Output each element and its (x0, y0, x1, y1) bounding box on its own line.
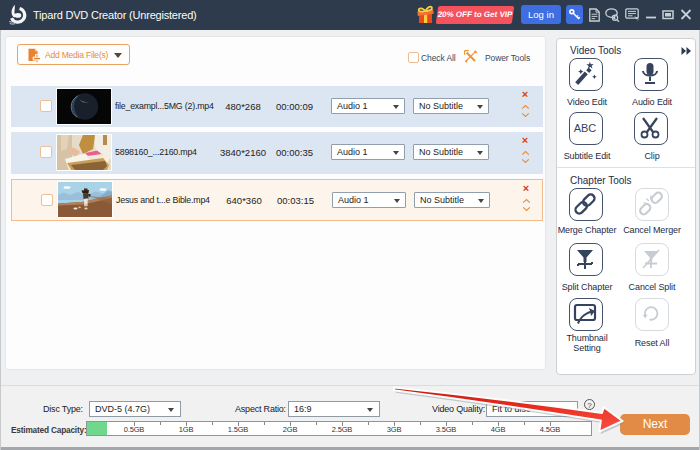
svg-text:ABC: ABC (574, 122, 597, 134)
